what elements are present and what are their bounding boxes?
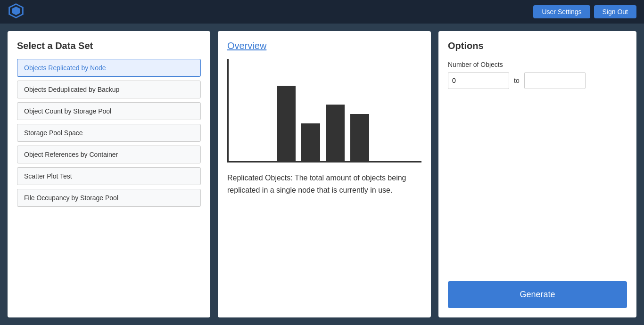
dataset-item-objects-replicated[interactable]: Objects Replicated by Node bbox=[17, 59, 201, 77]
dataset-item-scatter-plot[interactable]: Scatter Plot Test bbox=[17, 167, 201, 185]
left-panel: Select a Data Set Objects Replicated by … bbox=[8, 31, 210, 317]
chart-bar-1 bbox=[277, 86, 296, 161]
to-input[interactable] bbox=[524, 72, 586, 89]
navbar-buttons: User Settings Sign Out bbox=[533, 5, 636, 18]
options-title: Options bbox=[448, 41, 627, 51]
overview-description: Replicated Objects: The total amount of … bbox=[227, 172, 421, 196]
chart-bar-3 bbox=[326, 105, 345, 161]
chart-bar-4 bbox=[350, 114, 369, 161]
generate-button[interactable]: Generate bbox=[448, 281, 627, 308]
center-panel: Overview Replicated Objects: The total a… bbox=[218, 31, 431, 317]
user-settings-button[interactable]: User Settings bbox=[533, 5, 590, 18]
svg-marker-1 bbox=[12, 7, 20, 15]
range-to-label: to bbox=[514, 77, 520, 84]
overview-title: Overview bbox=[227, 41, 421, 51]
chart-bar-2 bbox=[301, 123, 320, 161]
from-input[interactable] bbox=[448, 72, 509, 89]
logo bbox=[8, 2, 25, 21]
dataset-item-object-references[interactable]: Object References by Container bbox=[17, 146, 201, 163]
dataset-item-file-occupancy[interactable]: File Occupancy by Storage Pool bbox=[17, 189, 201, 207]
dataset-item-storage-pool-space[interactable]: Storage Pool Space bbox=[17, 124, 201, 142]
navbar: User Settings Sign Out bbox=[0, 0, 644, 24]
dataset-item-object-count[interactable]: Object Count by Storage Pool bbox=[17, 102, 201, 120]
number-of-objects-range: to bbox=[448, 72, 627, 89]
sign-out-button[interactable]: Sign Out bbox=[594, 5, 636, 18]
overview-chart bbox=[227, 59, 421, 162]
dataset-list: Objects Replicated by Node Objects Dedup… bbox=[17, 59, 201, 207]
right-panel: Options Number of Objects to Generate bbox=[438, 31, 636, 317]
number-of-objects-label: Number of Objects bbox=[448, 61, 627, 68]
left-panel-title: Select a Data Set bbox=[17, 41, 201, 51]
dataset-item-objects-deduplicated[interactable]: Objects Deduplicated by Backup bbox=[17, 81, 201, 98]
main-content: Select a Data Set Objects Replicated by … bbox=[0, 24, 644, 325]
